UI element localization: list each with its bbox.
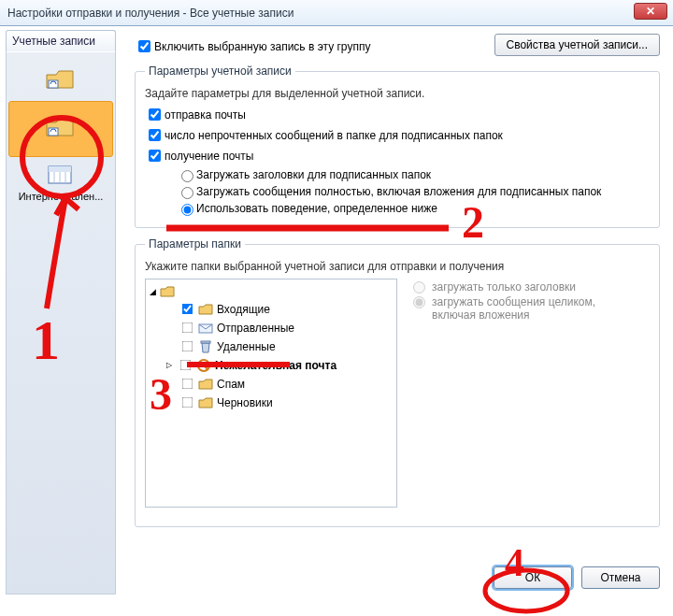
account-item-2-selected[interactable] xyxy=(8,101,113,157)
spam-label: Спам xyxy=(217,378,245,391)
spam-checkbox[interactable] xyxy=(182,379,193,390)
unread-count-label: число непрочтенных сообщений в папке для… xyxy=(165,129,503,142)
folder-sync-icon xyxy=(45,115,77,139)
folder-params-legend: Параметры папки xyxy=(145,237,245,251)
svg-line-10 xyxy=(200,362,208,369)
account-properties-button[interactable]: Свойства учетной записи... xyxy=(494,34,660,56)
root-folder-icon xyxy=(160,285,175,298)
account-item-3[interactable]: Интернет-кален... xyxy=(7,157,115,208)
calendar-icon xyxy=(45,163,77,187)
folder-download-options: загружать только заголовки загружать соо… xyxy=(408,279,619,508)
close-button[interactable]: ✕ xyxy=(634,3,667,20)
folder-params-hint: Укажите папки выбранной учетной записи д… xyxy=(145,260,650,273)
download-full-radio[interactable] xyxy=(181,187,193,199)
folder-icon xyxy=(198,303,213,316)
account-item-1[interactable] xyxy=(7,62,115,101)
full-messages-label: загружать сообщения целиком, включая вло… xyxy=(432,295,619,322)
junk-label: Нежелательная почта xyxy=(215,359,336,372)
account-params-group: Параметры учетной записи Задайте парамет… xyxy=(135,64,660,228)
cancel-button[interactable]: Отмена xyxy=(581,566,660,589)
download-full-label: Загружать сообщения полностью, включая в… xyxy=(196,185,601,198)
sent-icon xyxy=(198,322,213,335)
use-behavior-radio[interactable] xyxy=(181,204,193,216)
trash-icon xyxy=(198,340,213,353)
sidebar: Учетные записи Интернет-кален... xyxy=(0,26,123,596)
folder-icon xyxy=(198,378,213,391)
include-label: Включить выбранную запись в эту группу xyxy=(154,40,370,53)
junk-checkbox[interactable] xyxy=(180,360,192,371)
window-title: Настройки отправки и получения - Все уче… xyxy=(7,7,294,20)
svg-rect-8 xyxy=(201,341,210,343)
deleted-label: Удаленные xyxy=(217,340,276,353)
inbox-label: Входящие xyxy=(217,303,270,316)
download-headers-label: Загружать заголовки для подписанных папо… xyxy=(196,168,431,181)
title-bar: Настройки отправки и получения - Все уче… xyxy=(0,0,673,26)
accounts-list: Интернет-кален... xyxy=(6,52,116,595)
folder-sync-icon xyxy=(45,67,77,92)
inbox-checkbox[interactable] xyxy=(182,304,193,315)
drafts-label: Черновики xyxy=(217,396,273,409)
folder-tree[interactable]: ◢ Входящие Отправленные Удаленные ▷Нежел… xyxy=(145,279,397,508)
send-mail-checkbox[interactable] xyxy=(149,108,161,121)
ok-button[interactable]: ОК xyxy=(494,566,572,589)
junk-icon xyxy=(196,359,211,372)
full-messages-radio xyxy=(413,296,425,308)
headers-only-label: загружать только заголовки xyxy=(432,280,576,294)
include-checkbox[interactable] xyxy=(138,40,150,52)
account-params-hint: Задайте параметры для выделенной учетной… xyxy=(145,87,650,100)
collapse-toggle-icon[interactable]: ◢ xyxy=(150,287,156,296)
download-headers-radio[interactable] xyxy=(181,170,193,182)
account-params-legend: Параметры учетной записи xyxy=(145,64,295,78)
drafts-checkbox[interactable] xyxy=(182,397,193,408)
svg-rect-3 xyxy=(49,166,71,172)
send-mail-label: отправка почты xyxy=(165,108,246,122)
folder-params-group: Параметры папки Укажите папки выбранной … xyxy=(135,237,660,527)
receive-mail-label: получение почты xyxy=(165,150,253,163)
unread-count-checkbox[interactable] xyxy=(149,129,161,141)
accounts-tab[interactable]: Учетные записи xyxy=(6,30,116,52)
use-behavior-label: Использовать поведение, определенное ниж… xyxy=(196,202,437,215)
folder-icon xyxy=(198,396,213,409)
headers-only-radio xyxy=(413,281,425,294)
sent-label: Отправленные xyxy=(217,322,294,335)
expand-toggle-icon[interactable]: ▷ xyxy=(166,361,172,369)
sent-checkbox[interactable] xyxy=(182,322,193,334)
receive-mail-checkbox[interactable] xyxy=(149,150,161,162)
deleted-checkbox[interactable] xyxy=(182,341,193,352)
main-panel: Включить выбранную запись в эту группу С… xyxy=(123,26,673,596)
account-item-label: Интернет-кален... xyxy=(10,191,111,202)
